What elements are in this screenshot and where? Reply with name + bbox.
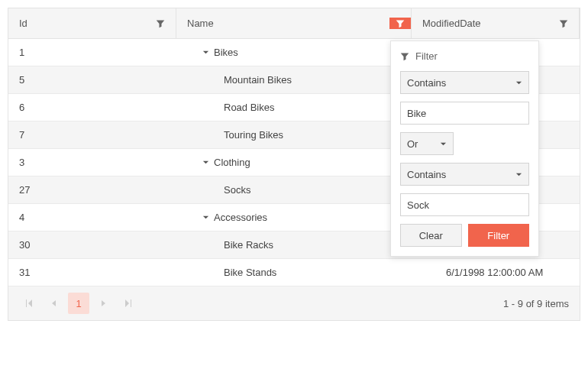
header-name[interactable]: Name <box>176 8 412 38</box>
cell-name: Road Bikes <box>176 94 412 121</box>
pager-first-button[interactable] <box>19 293 40 314</box>
filter-buttons: Clear Filter <box>400 224 529 247</box>
cell-name: Bike Stands <box>176 259 412 286</box>
table-row[interactable]: 31Bike Stands6/1/1998 12:00:00 AM <box>8 259 580 286</box>
filter-value-1[interactable]: Bike <box>400 102 529 125</box>
filter-operator-2[interactable]: Contains <box>400 163 529 186</box>
header-id-label: Id <box>19 18 27 29</box>
funnel-icon <box>400 52 409 61</box>
funnel-icon[interactable] <box>156 19 165 28</box>
header-row: Id Name ModifiedDate Filter <box>8 8 580 39</box>
filter-title-label: Filter <box>415 50 438 62</box>
caret-down-icon <box>515 79 522 86</box>
row-name-label: Clothing <box>214 157 250 168</box>
cell-date: 6/1/1998 12:00:00 AM <box>412 259 580 286</box>
cell-name: Mountain Bikes <box>176 66 412 93</box>
filter-popup: Filter Contains Bike Or Contains Sock <box>390 40 539 257</box>
row-name-label: Socks <box>224 184 250 196</box>
header-name-label: Name <box>187 18 214 29</box>
caret-down-icon <box>440 141 447 147</box>
header-id[interactable]: Id <box>8 8 176 38</box>
filter-button[interactable]: Filter <box>468 224 530 247</box>
cell-name: Touring Bikes <box>176 121 412 148</box>
expand-icon[interactable] <box>202 49 209 56</box>
cell-name: Bikes <box>176 39 412 66</box>
cell-id: 31 <box>8 259 176 286</box>
filter-operator-1[interactable]: Contains <box>400 71 529 94</box>
cell-name: Clothing <box>176 149 412 176</box>
row-name-label: Bike Racks <box>224 239 273 251</box>
cell-id: 5 <box>8 66 176 93</box>
caret-down-icon <box>515 171 522 178</box>
filter-value-2[interactable]: Sock <box>400 193 529 216</box>
row-name-label: Bikes <box>214 47 238 58</box>
pager-page-1[interactable]: 1 <box>68 293 89 314</box>
row-name-label: Touring Bikes <box>224 129 283 141</box>
filter-label: Filter <box>487 230 509 241</box>
cell-name: Bike Racks <box>176 231 412 258</box>
funnel-icon[interactable] <box>559 19 568 28</box>
pager: 1 1 - 9 of 9 items <box>8 286 580 320</box>
cell-name: Accessories <box>176 204 412 231</box>
cell-name: Socks <box>176 176 412 203</box>
pager-prev-button[interactable] <box>44 293 65 314</box>
row-name-label: Accessories <box>214 212 267 223</box>
clear-button[interactable]: Clear <box>400 224 462 247</box>
filter-popup-title: Filter <box>400 50 529 62</box>
cell-id: 3 <box>8 149 176 176</box>
header-date-label: ModifiedDate <box>422 18 481 29</box>
pager-nav: 1 <box>19 293 138 314</box>
pager-last-button[interactable] <box>117 293 138 314</box>
cell-id: 4 <box>8 204 176 231</box>
cell-id: 6 <box>8 94 176 121</box>
filter-value-2-text: Sock <box>407 199 429 211</box>
cell-id: 30 <box>8 231 176 258</box>
header-date[interactable]: ModifiedDate <box>412 8 580 38</box>
pager-summary: 1 - 9 of 9 items <box>503 298 569 309</box>
pager-page-label: 1 <box>76 298 81 309</box>
row-name-label: Road Bikes <box>224 102 274 113</box>
filter-logic[interactable]: Or <box>400 132 454 155</box>
filter-logic-value: Or <box>407 138 418 150</box>
tree-grid: Id Name ModifiedDate Filter <box>8 8 580 321</box>
row-name-label: Mountain Bikes <box>224 74 292 86</box>
clear-label: Clear <box>419 230 443 241</box>
filter-operator-2-value: Contains <box>407 169 446 180</box>
cell-id: 7 <box>8 121 176 148</box>
row-name-label: Bike Stands <box>224 267 276 278</box>
funnel-icon[interactable] <box>389 18 411 29</box>
cell-id: 1 <box>8 39 176 66</box>
expand-icon[interactable] <box>202 159 209 166</box>
expand-icon[interactable] <box>202 214 209 221</box>
pager-next-button[interactable] <box>92 293 114 314</box>
cell-id: 27 <box>8 176 176 203</box>
filter-value-1-text: Bike <box>407 108 426 119</box>
filter-operator-1-value: Contains <box>407 77 446 89</box>
